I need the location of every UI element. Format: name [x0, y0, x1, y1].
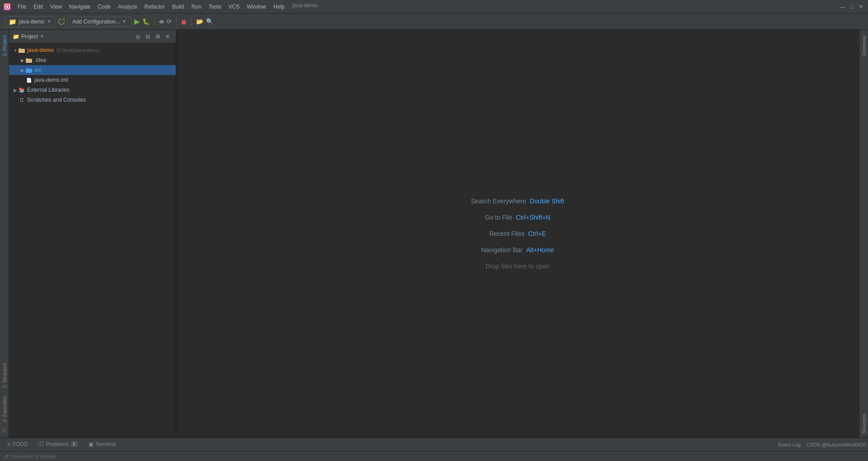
run-button[interactable]: ▶	[134, 17, 140, 26]
minimize-button[interactable]: —	[839, 3, 846, 10]
src-name: src	[34, 67, 42, 73]
bottom-tabs-row: ≡ TODO ⓘ Problems 6 ▣ Terminal Event Log…	[0, 438, 868, 452]
src-folder-icon	[25, 66, 33, 74]
toolbar-separator-2	[176, 17, 177, 26]
project-selector-arrow: ▼	[47, 19, 52, 24]
profile-button[interactable]: ⟳	[167, 18, 172, 25]
menu-refactor[interactable]: Refactor	[141, 2, 168, 11]
root-path: D:\study\java-demo	[56, 47, 99, 53]
tab-terminal[interactable]: ▣ Terminal	[83, 438, 121, 452]
src-arrow: ▶	[20, 67, 25, 73]
project-panel: 📁 Project ▼ ◎ ⊟ ⚙ ✕ ▾ java-demo D:\study…	[9, 30, 176, 437]
tree-item-external-libs[interactable]: ▶ 📚 External Libraries	[9, 85, 176, 95]
tree-item-src[interactable]: ▶ src	[9, 65, 176, 75]
menu-file[interactable]: File	[14, 2, 29, 11]
project-selector-label[interactable]: java-demo	[19, 19, 44, 25]
tree-item-iml[interactable]: 📄 java-demo.iml	[9, 75, 176, 85]
sidebar-item-structure-right[interactable]: Structure	[860, 410, 868, 437]
project-folder-icon: 📁	[9, 18, 16, 25]
root-name: java-demo	[27, 47, 54, 53]
panel-folder-icon: 📁	[13, 33, 19, 40]
menu-navigate[interactable]: Navigate	[66, 2, 94, 11]
add-configuration-button[interactable]: Add Configuration... ▼	[67, 17, 131, 27]
sidebar-item-structure[interactable]: 2: Structure	[0, 359, 9, 392]
menu-tools[interactable]: Tools	[206, 2, 225, 11]
svg-rect-3	[26, 59, 32, 63]
tab-problems[interactable]: ⓘ Problems 6	[33, 438, 83, 452]
action-toolbar: 📁 java-demo ▼ Add Configuration... ▼ ▶ 🐛…	[0, 14, 868, 30]
root-arrow: ▾	[13, 47, 18, 53]
search-everywhere-label: Search Everywhere	[471, 198, 526, 205]
menu-build[interactable]: Build	[169, 2, 188, 11]
user-info: CSDN @AutumnWind0420	[806, 442, 866, 447]
recent-files-label: Recent Files	[489, 230, 525, 237]
menu-code[interactable]: Code	[94, 2, 114, 11]
idea-folder-icon	[25, 56, 33, 64]
sidebar-item-project[interactable]: 1: Project	[0, 32, 9, 60]
app-icon	[4, 3, 11, 10]
status-text: No events to display	[11, 454, 56, 459]
find-in-path-button[interactable]: 📂	[196, 18, 203, 25]
scratches-icon: 🗒	[18, 96, 25, 103]
terminal-icon: ▣	[89, 441, 94, 447]
shortcut-hint-recent: Recent Files Ctrl+E	[489, 230, 546, 237]
toolbar-separator-1	[154, 17, 155, 26]
sync-icon	[58, 19, 65, 25]
root-folder-icon	[18, 47, 25, 54]
event-log-link[interactable]: Event Log	[779, 442, 801, 447]
tab-todo[interactable]: ≡ TODO	[2, 438, 33, 452]
editor-area: Search Everywhere Double Shift Go to Fil…	[176, 30, 859, 437]
extlibs-arrow: ▶	[13, 87, 18, 93]
stop-button[interactable]: ◼	[181, 18, 187, 25]
sidebar-item-database[interactable]: Database	[860, 32, 868, 60]
menu-view[interactable]: View	[47, 2, 65, 11]
tree-item-idea[interactable]: ▶ .idea	[9, 55, 176, 65]
tree-item-root[interactable]: ▾ java-demo D:\study\java-demo	[9, 45, 176, 55]
locate-file-icon[interactable]: ◎	[133, 32, 142, 41]
coverage-button[interactable]: ⛂	[159, 18, 164, 25]
project-panel-title[interactable]: 📁 Project ▼	[13, 33, 44, 40]
idea-arrow: ▶	[20, 57, 25, 63]
window-title: java-demo	[292, 2, 318, 11]
maximize-button[interactable]: □	[848, 3, 855, 10]
search-everywhere-key: Double Shift	[530, 198, 564, 205]
svg-rect-2	[19, 48, 21, 49]
project-panel-title-label: Project	[21, 33, 38, 40]
title-bar: File Edit View Navigate Code Analyze Ref…	[0, 0, 868, 14]
shortcut-hint-goto: Go to File Ctrl+Shift+N	[485, 214, 550, 221]
scratches-name: Scratches and Consoles	[27, 97, 86, 103]
menu-run[interactable]: Run	[188, 2, 205, 11]
add-config-label: Add Configuration...	[72, 19, 120, 25]
extlibs-icon: 📚	[18, 86, 25, 94]
right-sidebar-tabs: Database Structure	[859, 30, 868, 437]
nav-bar-label: Navigation Bar	[481, 246, 523, 254]
sidebar-item-favorites[interactable]: 2: Favorites	[0, 393, 9, 426]
svg-rect-6	[26, 68, 28, 69]
menu-window[interactable]: Window	[244, 2, 269, 11]
project-panel-header: 📁 Project ▼ ◎ ⊟ ⚙ ✕	[9, 30, 176, 43]
menu-vcs[interactable]: VCS	[225, 2, 243, 11]
shortcut-hint-nav: Navigation Bar Alt+Home	[481, 246, 554, 254]
add-config-arrow: ▼	[122, 19, 127, 24]
menu-edit[interactable]: Edit	[30, 2, 46, 11]
collapse-all-icon[interactable]: ⊟	[143, 32, 152, 41]
goto-file-key: Ctrl+Shift+N	[516, 214, 550, 221]
bottom-area: ≡ TODO ⓘ Problems 6 ▣ Terminal Event Log…	[0, 437, 868, 461]
menu-help[interactable]: Help	[270, 2, 288, 11]
panel-hide-icon[interactable]: ✕	[163, 32, 172, 41]
problems-label: Problems	[46, 441, 69, 447]
panel-dropdown-arrow: ▼	[40, 34, 44, 39]
panel-settings-icon[interactable]: ⚙	[153, 32, 162, 41]
menu-analyze[interactable]: Analyze	[115, 2, 141, 11]
debug-button[interactable]: 🐛	[142, 18, 150, 25]
search-button[interactable]: 🔍	[206, 18, 213, 25]
idea-name: .idea	[34, 57, 46, 63]
project-tree: ▾ java-demo D:\study\java-demo ▶ .idea ▶	[9, 43, 176, 437]
tree-item-scratches[interactable]: 🗒 Scratches and Consoles	[9, 95, 176, 105]
close-button[interactable]: ✕	[857, 3, 864, 10]
nav-bar-key: Alt+Home	[526, 246, 554, 254]
extlibs-name: External Libraries	[27, 87, 69, 93]
bookmark-icon[interactable]: ☆	[1, 427, 7, 434]
todo-icon: ≡	[7, 441, 10, 447]
status-right: Event Log CSDN @AutumnWind0420	[779, 442, 866, 447]
